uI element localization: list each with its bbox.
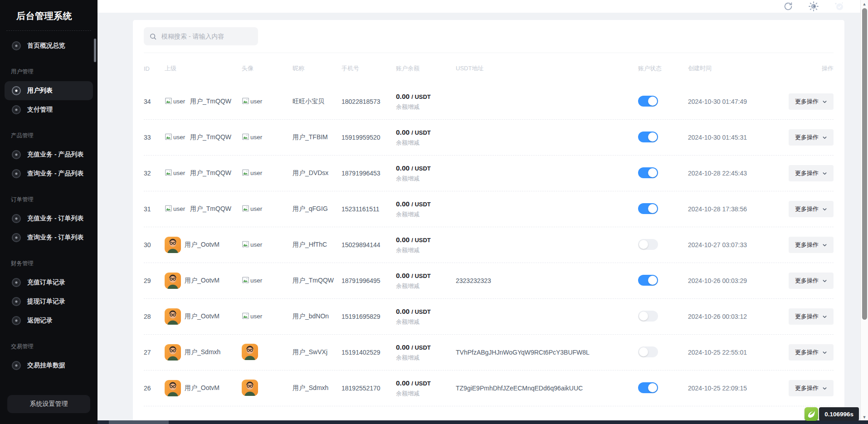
debug-toolbar[interactable]: 0.106996s [805, 407, 859, 421]
cell-parent: user用户_TmQQW [165, 169, 242, 178]
cell-status [638, 203, 688, 215]
table-row: 28用户_OotvMuser用户_bdNOn151916958290.00/ U… [144, 299, 834, 335]
memoji-face [165, 344, 181, 361]
page-load-time-badge: 0.106996s [819, 407, 859, 421]
cell-created-at: 2024-10-25 22:09:15 [688, 385, 774, 392]
broken-image-alt-text: user [250, 277, 262, 284]
column-header: 手机号 [341, 64, 396, 73]
more-actions-button[interactable]: 更多操作 [789, 237, 834, 253]
search-box[interactable] [144, 27, 258, 45]
account-status-toggle[interactable] [638, 239, 658, 250]
sidebar-item[interactable]: 返佣记录 [5, 311, 93, 330]
refresh-button[interactable] [782, 0, 795, 13]
more-actions-button[interactable]: 更多操作 [789, 129, 834, 146]
account-status-toggle[interactable] [638, 132, 658, 142]
clear-cache-button[interactable] [833, 0, 845, 13]
sidebar-item[interactable]: 查询业务 - 产品列表 [5, 164, 93, 183]
cell-parent: 用户_OotvM [165, 237, 242, 253]
balance-adjust-link[interactable]: 余额增减 [396, 354, 419, 362]
account-status-toggle[interactable] [638, 203, 658, 214]
more-actions-button[interactable]: 更多操作 [789, 308, 834, 325]
balance-adjust-link[interactable]: 余额增减 [396, 318, 419, 326]
table-row: 34user用户_TmQQWuser旺旺小宝贝180228185730.00/ … [144, 84, 834, 120]
cell-id: 29 [144, 277, 165, 284]
parent-name: 用户_OotvM [185, 312, 219, 321]
more-actions-button[interactable]: 更多操作 [789, 380, 834, 396]
cell-balance: 0.00/ USDT余额增减 [396, 93, 456, 111]
horizontal-scrollbar-thumb[interactable] [109, 420, 169, 424]
cell-created-at: 2024-10-28 17:38:56 [688, 205, 774, 213]
balance-adjust-link[interactable]: 余额增减 [396, 103, 419, 111]
broken-image-alt-text: user [250, 170, 262, 176]
cell-status [638, 167, 688, 180]
more-actions-button[interactable]: 更多操作 [789, 201, 834, 217]
sidebar-scrollbar-thumb[interactable] [94, 39, 96, 62]
broken-image-icon [165, 169, 172, 176]
broken-image-alt-text: user [173, 98, 185, 105]
menu-dot-icon [12, 316, 21, 325]
cell-status [638, 275, 688, 287]
balance-unit: / USDT [411, 380, 431, 387]
vertical-scrollbar-thumb[interactable] [862, 8, 867, 320]
scroll-up-arrow-icon[interactable]: ▲ [861, 2, 868, 6]
sidebar-item[interactable]: 支付管理 [5, 100, 93, 119]
broken-image-icon [242, 240, 249, 248]
menu-dot-icon [12, 214, 21, 223]
more-actions-label: 更多操作 [795, 312, 819, 321]
more-actions-button[interactable]: 更多操作 [789, 165, 834, 181]
sidebar-item[interactable]: 首页概况总览 [5, 36, 93, 55]
clear-cache-icon [833, 0, 845, 12]
more-actions-button[interactable]: 更多操作 [789, 344, 834, 361]
account-status-toggle[interactable] [638, 311, 658, 322]
cell-actions: 更多操作 [774, 165, 834, 181]
cell-phone: 18791996495 [341, 277, 396, 284]
cell-balance: 0.00/ USDT余额增减 [396, 128, 456, 147]
more-actions-label: 更多操作 [795, 133, 819, 141]
more-actions-button[interactable]: 更多操作 [789, 93, 834, 110]
sidebar-section-label: 财务管理 [0, 254, 98, 273]
cell-avatar: user [242, 276, 293, 285]
cell-avatar [242, 380, 293, 397]
cell-avatar: user [242, 240, 293, 249]
sidebar-item[interactable]: 充值业务 - 订单列表 [5, 209, 93, 228]
sidebar-section-label: 订单管理 [0, 190, 98, 209]
column-header: USDT地址 [456, 64, 638, 73]
cell-nickname: 用户_HfThC [293, 241, 341, 249]
cell-id: 34 [144, 98, 165, 105]
sidebar-section-label: 交易管理 [0, 337, 98, 356]
account-status-toggle[interactable] [638, 382, 658, 393]
balance-adjust-link[interactable]: 余额增减 [396, 175, 419, 183]
sidebar-item[interactable]: 充值订单记录 [5, 273, 93, 292]
account-status-toggle[interactable] [638, 167, 658, 178]
parent-avatar [165, 237, 181, 253]
balance-adjust-link[interactable]: 余额增减 [396, 139, 419, 147]
sidebar-item[interactable]: 查询业务 - 订单列表 [5, 228, 93, 247]
sidebar-item[interactable]: 提现订单记录 [5, 292, 93, 311]
chevron-down-icon [822, 278, 827, 283]
sidebar-item[interactable]: 用户列表 [5, 81, 93, 100]
horizontal-scrollbar[interactable] [0, 420, 868, 424]
cell-status [638, 311, 688, 323]
vertical-scrollbar[interactable]: ▲ ▼ [860, 0, 868, 424]
broken-image-icon [242, 312, 249, 320]
thinkphp-logo-icon[interactable] [805, 407, 818, 421]
scroll-down-arrow-icon[interactable]: ▼ [861, 415, 868, 419]
sidebar-item-label: 充值业务 - 订单列表 [27, 214, 83, 223]
balance-adjust-link[interactable]: 余额增减 [396, 390, 419, 398]
cell-balance: 0.00/ USDT余额增减 [396, 343, 456, 362]
cell-nickname: 旺旺小宝贝 [293, 97, 341, 106]
sidebar-item[interactable]: 交易挂单数据 [5, 356, 93, 375]
balance-adjust-link[interactable]: 余额增减 [396, 210, 419, 219]
balance-adjust-link[interactable]: 余额增减 [396, 246, 419, 254]
search-input[interactable] [161, 33, 253, 40]
theme-toggle-button[interactable] [807, 0, 820, 13]
account-status-toggle[interactable] [638, 275, 658, 286]
sidebar-item[interactable]: 充值业务 - 产品列表 [5, 145, 93, 164]
account-status-toggle[interactable] [638, 96, 658, 107]
chevron-down-icon [822, 171, 827, 176]
chevron-down-icon [822, 207, 827, 212]
system-settings-button[interactable]: 系统设置管理 [7, 395, 90, 413]
account-status-toggle[interactable] [638, 346, 658, 357]
balance-adjust-link[interactable]: 余额增减 [396, 282, 419, 290]
more-actions-button[interactable]: 更多操作 [789, 273, 834, 289]
